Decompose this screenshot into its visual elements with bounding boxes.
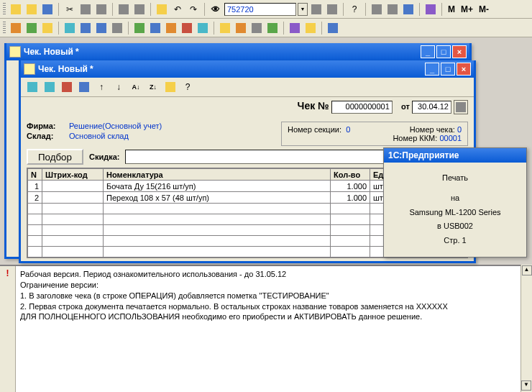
new-doc-icon[interactable]: [9, 2, 23, 17]
podbor-button[interactable]: Подбор: [27, 149, 83, 165]
scroll-up-icon[interactable]: ▲: [522, 265, 532, 275]
tb2-icon[interactable]: [303, 21, 318, 35]
tb2-icon[interactable]: [24, 21, 39, 35]
tb2-icon[interactable]: [132, 21, 147, 35]
tb2-icon[interactable]: [110, 21, 124, 35]
tb2-icon[interactable]: [326, 21, 340, 35]
m-minus-button[interactable]: M-: [479, 4, 489, 14]
checkno-value: 0: [457, 125, 462, 134]
bg-titlebar[interactable]: Чек. Новый * _ □ ×: [6, 43, 469, 60]
popup-port: в USB002: [388, 219, 522, 234]
minimize-button[interactable]: _: [425, 63, 439, 76]
main-toolbar-2: [0, 19, 532, 37]
find-user2-icon[interactable]: [325, 2, 339, 17]
search-dropdown[interactable]: ▼: [298, 3, 308, 16]
tb2-icon[interactable]: [196, 21, 210, 35]
skidka-label: Скидка:: [89, 152, 119, 161]
lock-icon[interactable]: [155, 2, 169, 17]
cell-barcode: [42, 192, 104, 204]
cell-qty: 1.000: [331, 192, 370, 204]
sort-za-icon[interactable]: Z↓: [146, 80, 160, 94]
check-number-field[interactable]: 0000000001: [331, 101, 393, 114]
log-scrollbar[interactable]: ▲ ▼: [520, 265, 532, 392]
tb2-icon[interactable]: [40, 21, 55, 35]
warning-icon: !: [0, 268, 15, 278]
copy-icon[interactable]: [78, 2, 93, 17]
doc-icon: [9, 46, 21, 58]
undo-icon[interactable]: ↶: [170, 2, 185, 17]
print-icon[interactable]: [116, 2, 131, 17]
section-label: Номер секции:: [288, 125, 341, 134]
calendar-icon[interactable]: [385, 2, 400, 17]
grid-book-icon[interactable]: [77, 80, 91, 94]
close-button[interactable]: ×: [457, 63, 471, 76]
toolbar-grip[interactable]: [3, 3, 6, 16]
titlebar[interactable]: Чек. Новый * _ □ ×: [21, 60, 474, 78]
arrow-up-icon[interactable]: ↑: [94, 80, 109, 94]
tb2-icon[interactable]: [288, 21, 302, 35]
preview-icon[interactable]: [132, 2, 147, 17]
maximize-button[interactable]: □: [441, 63, 455, 76]
date-field[interactable]: 30.04.12: [412, 101, 451, 114]
popup-line: на: [388, 191, 522, 206]
cell-barcode: [42, 181, 104, 192]
firm-label: Фирма:: [27, 122, 66, 130]
tb2-icon[interactable]: [94, 21, 109, 35]
find-user-icon[interactable]: [309, 2, 324, 17]
calendar-picker-icon[interactable]: [454, 100, 468, 114]
tb2-icon[interactable]: [9, 21, 23, 35]
paste-icon[interactable]: [94, 2, 109, 17]
sklad-label: Склад:: [27, 132, 66, 140]
grid-del-icon[interactable]: [60, 80, 74, 94]
col-barcode[interactable]: Штрих-код: [42, 169, 104, 181]
maximize-button[interactable]: □: [436, 45, 451, 58]
check-header: Чек № 0000000001 от 30.04.12: [21, 97, 474, 117]
calc-icon[interactable]: [370, 2, 384, 17]
tb2-icon[interactable]: [148, 21, 162, 35]
inner-toolbar: ↑ ↓ A↓ Z↓ ?: [21, 78, 474, 97]
close-button[interactable]: ×: [452, 45, 467, 58]
firm-value: Решение(Основной учет): [69, 122, 162, 130]
tool-icon[interactable]: [401, 2, 416, 17]
minimize-button[interactable]: _: [421, 45, 435, 58]
cut-icon[interactable]: ✂: [63, 2, 77, 17]
help-icon[interactable]: ?: [180, 80, 195, 94]
search-input[interactable]: [224, 3, 296, 16]
redo-icon[interactable]: ↷: [186, 2, 201, 17]
tb2-icon[interactable]: [249, 21, 264, 35]
arrow-down-icon[interactable]: ↓: [111, 80, 126, 94]
grid-add-icon[interactable]: [25, 80, 40, 94]
wand-icon[interactable]: [163, 80, 178, 94]
log-line: 2. Первая строка документа печатается но…: [20, 301, 448, 312]
scroll-down-icon[interactable]: ▼: [521, 380, 531, 391]
form-area: Фирма: Решение(Основной учет) Склад: Осн…: [21, 117, 474, 146]
kkm-label: Номер ККМ:: [393, 134, 437, 142]
tb2-icon[interactable]: [180, 21, 194, 35]
m-plus-button[interactable]: M+: [461, 4, 473, 14]
toolbar-grip[interactable]: [3, 22, 6, 35]
col-qty[interactable]: Кол-во: [331, 169, 370, 181]
help-icon[interactable]: ?: [347, 2, 362, 17]
grid-copy-icon[interactable]: [42, 80, 57, 94]
col-nomen[interactable]: Номенклатура: [104, 169, 331, 181]
cell-n: 1: [28, 181, 42, 192]
binoculars-icon[interactable]: 👁: [208, 2, 223, 17]
open-icon[interactable]: [24, 2, 39, 17]
tb2-icon[interactable]: [234, 21, 248, 35]
cell-nomen: Бочата Ду 15(216 шт/уп): [104, 181, 331, 192]
section-value: 0: [346, 125, 350, 134]
window-title: Чек. Новый *: [38, 64, 93, 74]
m-button[interactable]: M: [448, 4, 455, 14]
save-icon[interactable]: [40, 2, 55, 17]
tb2-icon[interactable]: [164, 21, 178, 35]
sort-az-icon[interactable]: A↓: [129, 80, 143, 94]
cell-n: 2: [28, 192, 42, 204]
skidka-input[interactable]: [125, 150, 428, 164]
book-icon[interactable]: [423, 2, 438, 17]
tb2-icon[interactable]: [265, 21, 280, 35]
tb2-icon[interactable]: [63, 21, 77, 35]
tb2-icon[interactable]: [78, 21, 93, 35]
bg-window-title: Чек. Новый *: [24, 47, 79, 57]
tb2-icon[interactable]: [218, 21, 232, 35]
col-n[interactable]: N: [28, 169, 42, 181]
